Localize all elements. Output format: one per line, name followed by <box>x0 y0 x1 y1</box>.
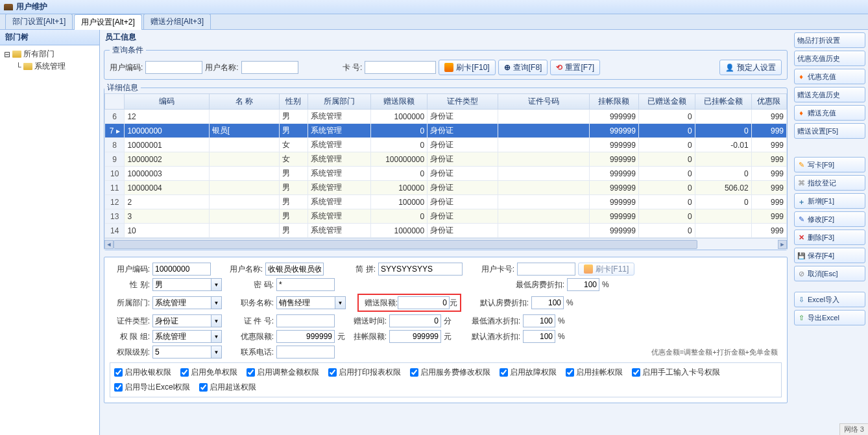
cb-free[interactable]: 启用免单权限 <box>180 367 237 378</box>
dropdown-icon[interactable]: ▼ <box>211 346 222 359</box>
f-dept-input[interactable] <box>152 296 211 309</box>
cb-credit[interactable]: 启用挂帐权限 <box>566 367 623 378</box>
scroll-left-icon[interactable]: ◄ <box>104 240 114 249</box>
brush-card2-button[interactable]: 刷卡[F11] <box>578 263 634 276</box>
dropdown-icon[interactable]: ▼ <box>211 314 222 327</box>
scroll-right-icon[interactable]: ► <box>778 240 787 249</box>
tab-user[interactable]: 用户设置[Alt+2] <box>74 14 141 30</box>
col-credited[interactable]: 已挂帐金额 <box>695 94 751 110</box>
tree-root[interactable]: ⊟ 所有部门 <box>4 48 95 60</box>
f-code-input[interactable] <box>152 263 211 276</box>
usercode-input[interactable] <box>145 61 202 74</box>
btn-excel-export[interactable]: 导出Excel <box>794 310 865 325</box>
btn-add[interactable]: 新增[F1] <box>794 193 865 209</box>
table-row[interactable]: 1010000003男系统管理0身份证99999900999 <box>105 167 787 181</box>
scroll-thumb[interactable] <box>114 240 697 249</box>
f-minroom-label: 最低房费折扣: <box>509 279 564 290</box>
cb-fault[interactable]: 启用故障权限 <box>500 367 557 378</box>
btn-fingerprint[interactable]: 指纹登记 <box>794 175 865 191</box>
col-disc[interactable]: 优惠限 <box>751 94 786 110</box>
btn-delete[interactable]: 删除[F3] <box>794 229 865 245</box>
table-row[interactable]: 810000001女系统管理0身份证9999990-0.01999 <box>105 138 787 152</box>
f-job-input[interactable] <box>276 296 335 309</box>
table-row[interactable]: 133男系统管理0身份证9999990999 <box>105 209 787 224</box>
brush-card-button[interactable]: 刷卡[F10] <box>439 60 495 75</box>
tab-gift-group[interactable]: 赠送分组[Alt+3] <box>143 14 211 29</box>
f-credit-input[interactable] <box>389 330 441 343</box>
col-rownum <box>105 94 125 110</box>
btn-gift-recharge-hist[interactable]: 赠送充值历史 <box>794 87 865 102</box>
query-fieldset: 查询条件 用户编码: 用户名称: 卡 号: 刷卡[F10] 查询[F8] 重置[… <box>104 45 788 80</box>
table-row[interactable]: 122男系统管理100000身份证99999900999 <box>105 195 787 209</box>
f-sex-input[interactable] <box>152 278 211 291</box>
col-sex[interactable]: 性别 <box>280 94 307 110</box>
cb-print[interactable]: 启用打印报表权限 <box>328 367 401 378</box>
col-gift[interactable]: 赠送限额 <box>371 94 428 110</box>
col-gifted[interactable]: 已赠送金额 <box>638 94 695 110</box>
btn-gift-setting[interactable]: 赠送设置[F5] <box>794 123 865 139</box>
table-row[interactable]: 910000002女系统管理100000000身份证9999990999 <box>105 152 787 167</box>
f-defwine-input[interactable] <box>523 330 555 343</box>
user-grid[interactable]: 编码 名 称 性别 所属部门 赠送限额 证件类型 证件号码 挂帐限额 已赠送金额… <box>104 93 787 238</box>
f-minwine-input[interactable] <box>523 314 555 327</box>
table-row[interactable]: 612男系统管理1000000身份证9999990999 <box>105 110 787 124</box>
f-minroom-input[interactable] <box>567 278 599 291</box>
table-row[interactable]: 1110000004男系统管理100000身份证9999990506.02999 <box>105 181 787 195</box>
grid-hscroll[interactable]: ◄ ► <box>104 238 787 250</box>
f-pwd-input[interactable] <box>276 278 335 291</box>
f-tel-input[interactable] <box>276 346 335 359</box>
f-job-label: 职务名称: <box>234 298 274 309</box>
table-row[interactable]: 7 ▸10000000 银员[男系统管理0身份证99999900999 <box>105 124 787 138</box>
btn-item-discount[interactable]: 物品打折设置 <box>794 32 865 48</box>
col-certtype[interactable]: 证件类型 <box>428 94 498 110</box>
col-certno[interactable]: 证件号码 <box>498 94 589 110</box>
reset-button[interactable]: 重置[F7] <box>550 60 600 75</box>
dropdown-icon[interactable]: ▼ <box>211 278 222 291</box>
btn-gift-recharge[interactable]: 赠送充值 <box>794 105 865 121</box>
f-defroom-label: 默认房费折扣: <box>473 298 529 309</box>
col-name[interactable]: 名 称 <box>209 94 280 110</box>
btn-save[interactable]: 保存[F4] <box>794 248 865 263</box>
f-pin-input[interactable] <box>378 263 463 276</box>
cb-cashier[interactable]: 启用收银权限 <box>114 367 171 378</box>
btn-cancel[interactable]: 取消[Esc] <box>794 266 865 281</box>
btn-disc-recharge-hist[interactable]: 优惠充值历史 <box>794 51 865 66</box>
btn-disc-recharge[interactable]: 优惠充值 <box>794 69 865 84</box>
gift-icon <box>797 109 805 117</box>
f-pg-input[interactable] <box>152 330 211 343</box>
dropdown-icon[interactable]: ▼ <box>211 330 222 343</box>
preset-person-button[interactable]: 预定人设置 <box>719 60 782 75</box>
cb-manualcard[interactable]: 启用手工输入卡号权限 <box>632 367 720 378</box>
f-name-input[interactable] <box>265 263 324 276</box>
f-cert-input[interactable] <box>152 314 211 327</box>
cardno-input[interactable] <box>365 61 436 74</box>
f-plv-input[interactable] <box>152 346 211 359</box>
btn-excel-import[interactable]: Excel导入 <box>794 292 865 307</box>
btn-modify[interactable]: 修改[F2] <box>794 211 865 227</box>
col-dept[interactable]: 所属部门 <box>307 94 371 110</box>
dropdown-icon[interactable]: ▼ <box>335 296 346 309</box>
tree-child[interactable]: └ 系统管理 <box>16 60 95 73</box>
tab-dept[interactable]: 部门设置[Alt+1] <box>5 14 73 29</box>
f-certno-input[interactable] <box>276 314 335 327</box>
cb-exportexcel[interactable]: 启用导出Excel权限 <box>114 382 190 393</box>
username-input[interactable] <box>241 61 298 74</box>
f-gifttime-input[interactable] <box>389 314 441 327</box>
table-row[interactable]: 1410男系统管理1000000身份证9999990999 <box>105 224 787 238</box>
f-ucard-input[interactable] <box>517 263 575 276</box>
left-panel: 部门树 ⊟ 所有部门 └ 系统管理 <box>0 30 100 435</box>
cb-svcfee[interactable]: 启用服务费修改权限 <box>410 367 490 378</box>
f-gift-input[interactable] <box>398 296 450 309</box>
username-label: 用户名称: <box>205 62 238 73</box>
tree-toggle-icon[interactable]: ⊟ <box>4 50 10 59</box>
cb-oversend[interactable]: 启用超送权限 <box>199 382 256 393</box>
cb-adjust[interactable]: 启用调整金额权限 <box>247 367 319 378</box>
f-defroom-input[interactable] <box>531 296 564 309</box>
search-button[interactable]: 查询[F8] <box>498 60 548 75</box>
btn-write-card[interactable]: 写卡[F9] <box>794 157 865 172</box>
f-sex-label: 性 别: <box>110 279 150 290</box>
dropdown-icon[interactable]: ▼ <box>211 296 222 309</box>
f-disc-input[interactable] <box>276 330 335 343</box>
col-code[interactable]: 编码 <box>125 94 209 110</box>
col-credit[interactable]: 挂帐限额 <box>589 94 638 110</box>
